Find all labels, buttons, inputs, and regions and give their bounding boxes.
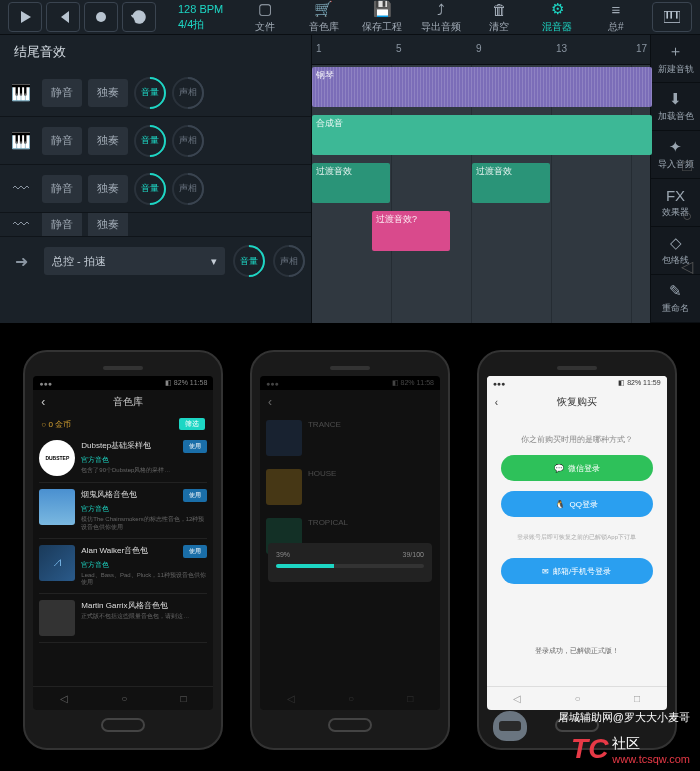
mute-button[interactable]: 静音 [42, 127, 82, 155]
clip-riser2[interactable]: 过渡音效 [472, 163, 550, 203]
daw-window: 128 BPM 4/4拍 ▢文件 🛒音色库 💾保存工程 ⤴导出音频 🗑清空 ⚙混… [0, 0, 700, 320]
nav-home[interactable]: ○ [121, 693, 127, 704]
phone-3: ●●●◧ 82% 11:59 ‹恢复购买 你之前购买时用的是哪种方式？ 💬微信登… [477, 350, 677, 750]
clip-piano[interactable]: 钢琴 [312, 67, 652, 107]
sidebar-load-sound[interactable]: ⬇加载音色 [651, 83, 700, 131]
watermark-sub: 社区 [612, 735, 690, 753]
progress-pct: 39% [276, 551, 290, 558]
use-button[interactable]: 使用 [183, 440, 207, 453]
solo-button[interactable]: 独奏 [88, 127, 128, 155]
watermark-logo: TC [571, 733, 608, 765]
qq-login-button[interactable]: 🐧QQ登录 [501, 491, 653, 517]
time-signature: 4/4拍 [178, 17, 223, 32]
phone-login-button[interactable]: ✉邮箱/手机号登录 [501, 558, 653, 584]
menu-save[interactable]: 💾保存工程 [354, 0, 410, 34]
track-3[interactable]: 〰 静音 独奏 音量 声相 [0, 165, 311, 213]
volume-knob[interactable]: 音量 [134, 77, 166, 109]
pack-item[interactable]: Martin Garrix风格音色包正式版不包括这些限量音色包，请到这… [39, 594, 207, 643]
clip-riser1[interactable]: 过渡音效 [312, 163, 390, 203]
success-text: 登录成功，已解锁正式版！ [535, 646, 619, 656]
login-body: 你之前购买时用的是哪种方式？ 💬微信登录 🐧QQ登录 登录账号后即可恢复之前的已… [487, 414, 667, 686]
pan-knob[interactable]: 声相 [172, 77, 204, 109]
solo-button[interactable]: 独奏 [88, 213, 128, 237]
svg-rect-2 [666, 11, 668, 18]
mute-button[interactable]: 静音 [42, 213, 82, 237]
use-button[interactable]: 使用 [183, 545, 207, 558]
nav-back-icon[interactable]: ◁ [676, 255, 698, 277]
master-track[interactable]: ➜ 总控 - 拍速▾ 音量 声相 [0, 237, 311, 285]
nav-back[interactable]: ◁ [513, 693, 521, 704]
track-4[interactable]: 〰 静音 独奏 [0, 213, 311, 237]
clip-fx[interactable]: 过渡音效? [372, 211, 450, 251]
clip-synth[interactable]: 合成音 [312, 115, 652, 155]
svg-rect-4 [676, 11, 678, 18]
menu-clear[interactable]: 🗑清空 [471, 0, 527, 34]
mixer-icon: ⚙ [551, 0, 564, 18]
nav-recent[interactable]: □ [634, 693, 640, 704]
solo-button[interactable]: 独奏 [88, 79, 128, 107]
rewind-button[interactable] [46, 2, 80, 32]
pan-knob[interactable]: 声相 [172, 173, 204, 205]
screen-header: ‹音色库 [33, 390, 213, 414]
login-note: 登录账号后即可恢复之前的已解锁App下订单 [517, 533, 636, 542]
mute-button[interactable]: 静音 [42, 79, 82, 107]
timeline[interactable]: 1 5 9 13 17 钢琴 合成音 过渡音效 过渡音效 过渡音效? [312, 35, 650, 323]
nav-recent[interactable]: □ [181, 693, 187, 704]
filter-chip[interactable]: 筛选 [179, 418, 205, 430]
pan-knob[interactable]: 声相 [172, 125, 204, 157]
plus-icon: ＋ [668, 42, 683, 61]
loop-button[interactable] [122, 2, 156, 32]
sidebar-rename[interactable]: ✎重命名 [651, 275, 700, 323]
volume-knob[interactable]: 音量 [134, 125, 166, 157]
sidebar-new-track[interactable]: ＋新建音轨 [651, 35, 700, 83]
progress-total: 39/100 [403, 551, 424, 558]
clip-grid[interactable]: 钢琴 合成音 过渡音效 过渡音效 过渡音效? [312, 65, 650, 323]
status-bar: ●●●◧ 82% 11:59 [487, 376, 667, 390]
menu-export[interactable]: ⤴导出音频 [412, 0, 468, 34]
back-icon[interactable]: ‹ [495, 397, 498, 408]
pack-thumb [39, 600, 75, 636]
pan-knob[interactable]: 声相 [273, 245, 305, 277]
play-button[interactable] [8, 2, 42, 32]
pack-list[interactable]: DUBSTEPDubstep基础采样包使用官方音色包含了90个Dubstep风格… [33, 434, 213, 686]
watermark-tag: 屠城辅助网@罗大大小麦哥 [0, 710, 690, 725]
prompt-text: 你之前购买时用的是哪种方式？ [521, 434, 633, 445]
nav-home[interactable]: ○ [575, 693, 581, 704]
progress-bar [276, 564, 424, 568]
chevron-down-icon: ▾ [211, 255, 217, 268]
piano-icon: 🎹 [6, 126, 36, 156]
volume-knob[interactable]: 音量 [134, 173, 166, 205]
volume-knob[interactable]: 音量 [233, 245, 265, 277]
pack-item[interactable]: ⩘Alan Walker音色包使用官方音色Lead、Bass、Pad、Pluck… [39, 539, 207, 595]
master-select[interactable]: 总控 - 拍速▾ [44, 247, 225, 275]
mute-button[interactable]: 静音 [42, 175, 82, 203]
track-1[interactable]: 🎹 静音 独奏 音量 声相 [0, 69, 311, 117]
tempo-display[interactable]: 128 BPM 4/4拍 [164, 2, 237, 33]
keyboard-button[interactable] [652, 2, 692, 32]
watermark: TC 社区 www.tcsqw.com [571, 733, 690, 765]
back-icon[interactable]: ‹ [41, 395, 45, 409]
solo-button[interactable]: 独奏 [88, 175, 128, 203]
menu-main[interactable]: ≡总# [588, 0, 644, 34]
piano-icon: 🎹 [6, 78, 36, 108]
menu-soundlib[interactable]: 🛒音色库 [296, 0, 352, 34]
nav-square-icon[interactable]: □ [676, 155, 698, 177]
nav-back[interactable]: ◁ [60, 693, 68, 704]
menu-file[interactable]: ▢文件 [237, 0, 293, 34]
menu-mixer[interactable]: ⚙混音器 [529, 0, 585, 34]
pack-item[interactable]: 烟鬼风格音色包使用官方音色模仿The Chainsmokers的标志性音色，12… [39, 483, 207, 539]
record-button[interactable] [84, 2, 118, 32]
phone-speaker [487, 360, 667, 376]
use-button[interactable]: 使用 [183, 489, 207, 502]
mail-icon: ✉ [542, 567, 549, 576]
cart-icon: 🛒 [314, 0, 333, 18]
track-2[interactable]: 🎹 静音 独奏 音量 声相 [0, 117, 311, 165]
wechat-login-button[interactable]: 💬微信登录 [501, 455, 653, 481]
main-area: 结尾音效 🎹 静音 独奏 音量 声相 🎹 静音 独奏 音量 声相 〰 静音 独奏… [0, 35, 700, 323]
pack-item[interactable]: DUBSTEPDubstep基础采样包使用官方音色包含了90个Dubstep风格… [39, 434, 207, 483]
nav-circle-icon[interactable]: ○ [676, 205, 698, 227]
section-title: 结尾音效 [0, 35, 311, 69]
back-icon[interactable]: ‹ [268, 395, 272, 409]
ruler[interactable]: 1 5 9 13 17 [312, 35, 650, 65]
phone-2: ●●●◧ 82% 11:58 ‹ TRANCE HOUSE TROPICAL ◁… [250, 350, 450, 750]
